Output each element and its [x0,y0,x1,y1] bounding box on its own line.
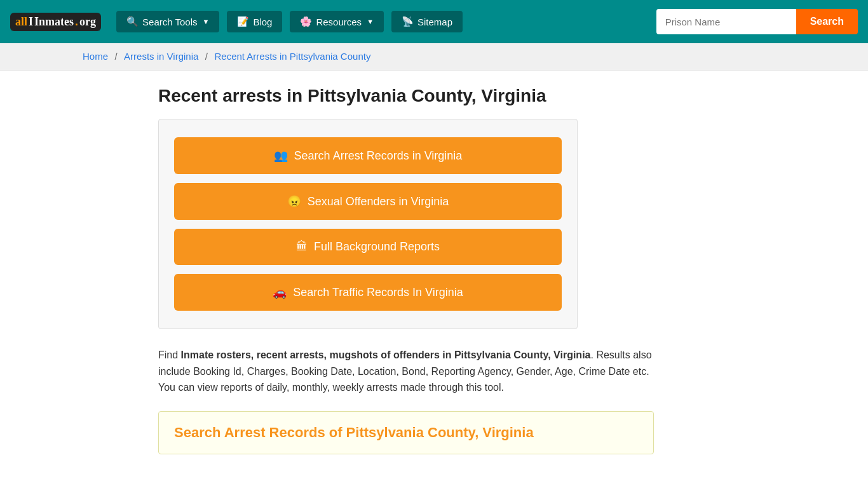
breadcrumb: Home / Arrests in Virginia / Recent Arre… [0,43,868,71]
sexual-offenders-label: Sexual Offenders in Virginia [308,195,449,208]
blog-icon: 📝 [237,16,249,27]
people-icon: 👥 [274,149,288,163]
background-reports-label: Full Background Reports [314,240,440,254]
breadcrumb-home[interactable]: Home [83,51,108,62]
bottom-search-title: Search Arrest Records of Pittsylvania Co… [174,424,638,441]
search-icon: 🔍 [126,16,139,27]
sitemap-icon: 📡 [402,16,414,27]
logo-all: all [15,15,27,29]
blog-button[interactable]: 📝 Blog [227,11,282,32]
resources-icon: 🌸 [300,16,312,27]
logo-dot: . [75,15,78,29]
prison-search-group: Search [656,9,858,34]
description: Find Inmate rosters, recent arrests, mug… [158,347,654,396]
page-title: Recent arrests in Pittsylvania County, V… [158,86,710,106]
chevron-down-icon-resources: ▼ [367,18,374,25]
search-arrest-records-button[interactable]: 👥 Search Arrest Records in Virginia [174,137,562,174]
prison-name-input[interactable] [656,9,796,34]
blog-label: Blog [253,17,272,27]
offender-icon: 😠 [287,194,301,208]
resources-button[interactable]: 🌸 Resources ▼ [290,11,384,32]
chevron-down-icon: ▼ [203,18,210,25]
search-arrest-label: Search Arrest Records in Virginia [294,149,463,163]
description-prefix: Find [158,349,181,360]
logo[interactable]: all I Inmates . org [10,13,101,31]
logo-i-letter: I [29,15,33,29]
sexual-offenders-button[interactable]: 😠 Sexual Offenders in Virginia [174,183,562,220]
traffic-records-button[interactable]: 🚗 Search Traffic Records In Virginia [174,274,562,311]
bottom-search-box: Search Arrest Records of Pittsylvania Co… [158,411,654,454]
search-tools-label: Search Tools [142,17,197,27]
breadcrumb-arrests-va[interactable]: Arrests in Virginia [124,51,198,62]
breadcrumb-current: Recent Arrests in Pittsylvania County [214,51,370,62]
logo-box: all I Inmates . org [10,13,101,31]
sitemap-button[interactable]: 📡 Sitemap [391,11,463,32]
search-tools-button[interactable]: 🔍 Search Tools ▼ [116,11,219,32]
resources-label: Resources [316,17,362,27]
traffic-records-label: Search Traffic Records In Virginia [293,286,463,299]
logo-org: org [79,15,96,29]
background-reports-button[interactable]: 🏛 Full Background Reports [174,229,562,265]
sitemap-label: Sitemap [417,17,452,27]
main-content: Recent arrests in Pittsylvania County, V… [148,71,720,470]
car-icon: 🚗 [273,285,287,299]
breadcrumb-sep-2: / [205,51,208,62]
description-bold: Inmate rosters, recent arrests, mugshots… [181,349,591,360]
building-icon: 🏛 [296,240,308,254]
action-box: 👥 Search Arrest Records in Virginia 😠 Se… [158,119,578,329]
logo-inmates: Inmates [34,15,74,29]
prison-search-button[interactable]: Search [796,9,858,34]
site-header: all I Inmates . org 🔍 Search Tools ▼ 📝 B… [0,0,868,43]
breadcrumb-sep-1: / [114,51,117,62]
